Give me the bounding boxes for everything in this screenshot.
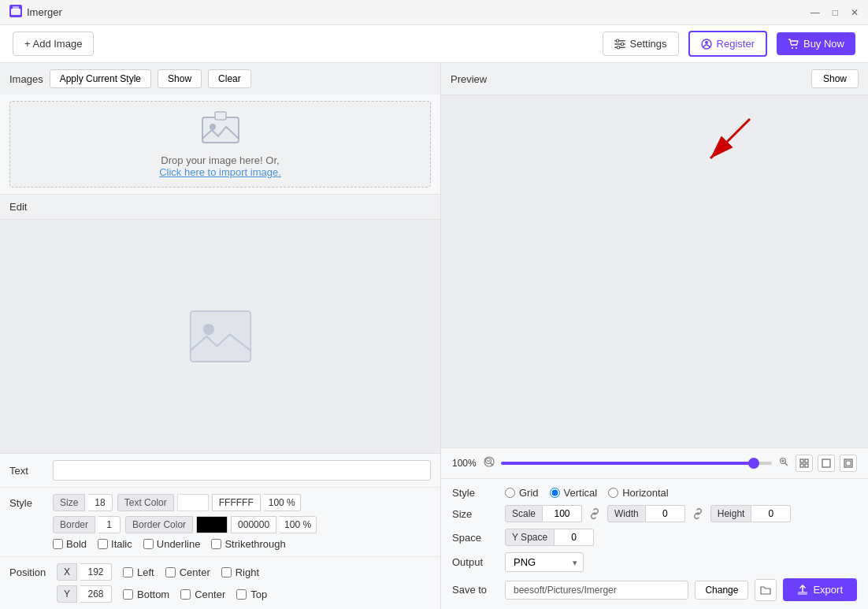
border-color-swatch[interactable] [196,516,228,533]
right-checkbox[interactable] [221,567,232,577]
italic-checkbox[interactable] [98,539,108,549]
svg-rect-28 [800,459,803,462]
svg-rect-2 [13,6,19,10]
zoom-slider[interactable] [501,462,772,465]
center-checkbox-group[interactable]: Center [165,566,210,578]
text-row: Text [0,454,440,488]
folder-icon [760,585,771,595]
bottom-checkbox-group[interactable]: Bottom [123,589,169,600]
style-label: Style [9,494,45,509]
folder-button[interactable] [755,579,777,601]
right-panel: Preview Show 100% [441,63,868,609]
horizontal-label: Horizontal [622,487,669,499]
change-button[interactable]: Change [695,581,748,600]
settings-label: Settings [630,38,667,50]
save-row-content: beesoft/Pictures/Imerger Change Export [505,578,857,601]
text-input[interactable] [53,460,431,481]
save-to-row: Save to beesoft/Pictures/Imerger Change [452,578,857,601]
scale-input[interactable] [543,505,582,522]
text-color-swatch[interactable] [177,494,209,511]
zoom-fit-button[interactable] [796,455,813,472]
bold-checkbox-group[interactable]: Bold [53,538,87,550]
svg-rect-32 [822,459,830,467]
titlebar: Imerger — □ ✕ [0,0,868,25]
zoom-plus-icon[interactable] [778,456,789,470]
show-preview-button[interactable]: Show [811,69,859,88]
top-checkbox-group[interactable]: Top [236,589,267,600]
minimize-button[interactable]: — [811,7,820,18]
style-row: Style Size 18 Text Color FFFFFF 100 % [0,488,440,557]
right-checkbox-group[interactable]: Right [221,566,259,578]
strikethrough-label: Strikethrough [224,538,285,550]
preview-label: Preview [451,73,811,85]
strikethrough-checkbox[interactable] [211,539,221,549]
zoom-actual-button[interactable] [818,455,835,472]
add-image-button[interactable]: + Add Image [13,32,94,56]
svg-point-11 [792,47,793,49]
left-label: Left [137,566,154,578]
scale-link-icon[interactable] [587,506,603,522]
underline-checkbox[interactable] [143,539,154,549]
output-label: Output [452,556,495,568]
buy-now-button[interactable]: Buy Now [777,32,855,55]
bold-checkbox[interactable] [53,539,63,549]
register-button[interactable]: Register [688,31,767,57]
y-label: Y [57,585,77,603]
left-panel: Images Apply Current Style Show Clear Dr… [0,63,441,609]
horizontal-radio-item[interactable]: Horizontal [608,487,669,499]
height-input[interactable] [751,505,791,522]
preview-canvas [441,95,868,447]
grid-radio[interactable] [505,488,515,498]
close-button[interactable]: ✕ [851,7,859,18]
export-button[interactable]: Export [783,578,857,601]
vertical-radio[interactable] [550,488,560,498]
underline-checkbox-group[interactable]: Underline [143,538,201,550]
zoom-bar: 100% [441,447,868,478]
center2-checkbox[interactable] [180,589,191,600]
import-link[interactable]: Click here to import image. [159,166,281,178]
border-value: 1 [98,516,121,533]
width-input[interactable] [646,505,685,522]
zoom-minus-icon[interactable] [484,456,495,470]
center-checkbox[interactable] [165,567,176,577]
size-value: 18 [88,494,112,511]
edit-label: Edit [9,201,27,213]
y-space-input[interactable] [555,529,594,546]
scale-label: Scale [505,505,543,522]
center2-label: Center [195,589,225,600]
top-label: Top [250,589,267,600]
clear-button[interactable]: Clear [208,69,251,88]
style-radio-group: Grid Vertical Horizontal [505,487,669,499]
left-checkbox-group[interactable]: Left [123,566,154,578]
width-link-icon[interactable] [690,506,706,522]
center2-checkbox-group[interactable]: Center [180,589,225,600]
edit-canvas [0,220,440,453]
output-select-wrapper: PNG JPG BMP TIFF [505,552,584,572]
output-select[interactable]: PNG JPG BMP TIFF [505,552,584,572]
maximize-button[interactable]: □ [833,7,838,18]
vertical-radio-item[interactable]: Vertical [550,487,598,499]
border-color-opacity: 100 % [280,516,317,533]
strikethrough-checkbox-group[interactable]: Strikethrough [211,538,285,550]
app-icon [9,5,22,20]
bottom-checkbox[interactable] [123,589,133,600]
left-checkbox[interactable] [123,567,133,577]
buy-now-label: Buy Now [803,38,844,50]
settings-button[interactable]: Settings [603,32,679,56]
style-settings-label: Style [452,487,495,499]
horizontal-radio[interactable] [608,488,618,498]
show-images-button[interactable]: Show [158,69,202,88]
grid-radio-item[interactable]: Grid [505,487,539,499]
upload-icon [797,585,808,596]
images-drop-zone[interactable]: Drop your image here! Or, Click here to … [9,101,431,188]
preview-section: Preview Show [441,63,868,447]
apply-style-button[interactable]: Apply Current Style [50,69,151,88]
vertical-label: Vertical [564,487,598,499]
y-field: Y 268 [57,585,112,603]
italic-checkbox-group[interactable]: Italic [98,538,132,550]
size-settings-row: Size Scale Width [452,505,857,522]
zoom-expand-button[interactable] [840,455,857,472]
top-checkbox[interactable] [236,589,247,600]
edit-section: Edit [0,195,440,453]
svg-rect-31 [805,464,808,467]
